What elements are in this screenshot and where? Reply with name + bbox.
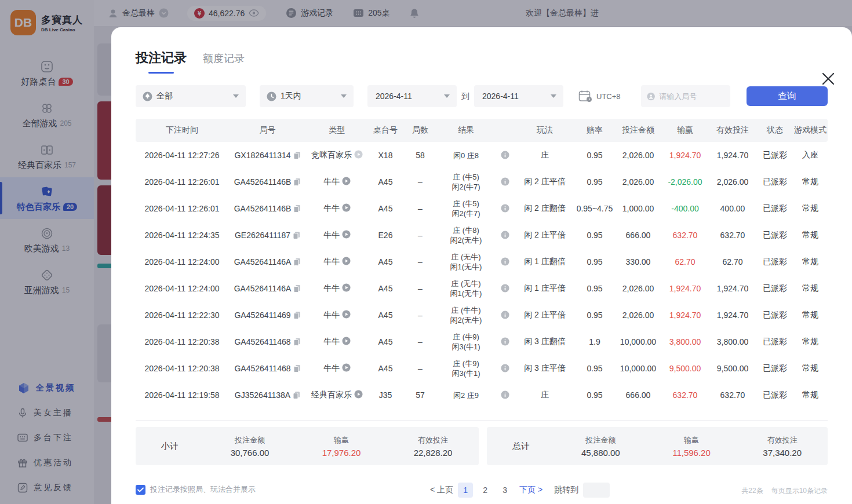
play-icon[interactable] <box>354 150 363 159</box>
odds: 0.95 <box>575 249 614 275</box>
game-type-cell: 牛牛 <box>307 169 367 195</box>
bet-time: 2026-04-11 12:20:38 <box>136 355 228 382</box>
result-line: 庄 (牛5) <box>437 199 495 209</box>
copy-icon[interactable] <box>293 391 300 399</box>
record-count-info: 共22条 每页显示10条记录 <box>741 486 828 496</box>
info-icon[interactable] <box>501 337 509 346</box>
result-line: 闲1(无牛) <box>437 288 495 298</box>
query-button[interactable]: 查询 <box>747 86 828 106</box>
result-cell: 庄 (牛5)闲2(牛7) <box>437 195 495 222</box>
info-icon[interactable] <box>501 364 509 372</box>
copy-icon[interactable] <box>293 178 301 186</box>
play-type: 庄 <box>515 142 575 169</box>
winloss-cell: 632.70 <box>662 382 708 408</box>
info-icon[interactable] <box>501 390 509 399</box>
play-icon[interactable] <box>342 230 351 239</box>
game-type-cell: 竞咪百家乐 <box>307 142 367 169</box>
clock-icon <box>267 92 276 101</box>
round-id-cell: GA452641146B <box>228 195 307 222</box>
play-icon[interactable] <box>342 310 351 319</box>
odds: 0.95 <box>575 355 614 382</box>
round-search-input[interactable] <box>659 92 724 101</box>
info-icon[interactable] <box>501 151 509 159</box>
page-button-2[interactable]: 2 <box>478 483 493 498</box>
table-row: 2026-04-11 12:24:00 GA452641146A 牛牛 A45 … <box>136 249 828 275</box>
copy-icon[interactable] <box>293 284 301 293</box>
date-from-picker[interactable]: 2026-4-11 <box>367 85 457 107</box>
play-icon[interactable] <box>342 283 351 292</box>
play-icon[interactable] <box>342 337 351 345</box>
copy-icon[interactable] <box>293 364 301 372</box>
round-id-cell: GX1826411314 <box>228 142 307 169</box>
result-line: 闲3(牛1) <box>437 342 495 352</box>
pagination: < 上页 1 2 3 下页 > 跳转到 <box>430 483 610 498</box>
info-icon[interactable] <box>501 284 509 293</box>
status-label: 已派彩 <box>757 355 793 382</box>
timezone-control[interactable]: UTC+8 <box>578 85 621 107</box>
round-no: – <box>403 195 437 222</box>
copy-icon[interactable] <box>293 204 301 213</box>
odds: 0.95 <box>575 222 614 249</box>
time-range-select[interactable]: 1天内 <box>260 85 354 107</box>
page-button-3[interactable]: 3 <box>497 483 512 498</box>
date-to-picker[interactable]: 2026-4-11 <box>474 85 563 107</box>
result-lines: 庄 (无牛)闲1(无牛) <box>437 279 495 298</box>
play-icon[interactable] <box>342 257 351 265</box>
info-icon[interactable] <box>501 177 509 186</box>
game-type: 牛牛 <box>323 203 340 213</box>
play-type: 闲 1 庄翻倍 <box>515 249 575 275</box>
copy-icon[interactable] <box>293 258 301 266</box>
play-icon[interactable] <box>342 177 351 185</box>
copy-icon[interactable] <box>293 311 301 319</box>
table-row: 2026-04-11 12:22:30 GA4526411469 牛牛 A45 … <box>136 302 828 328</box>
copy-icon[interactable] <box>293 151 301 159</box>
result-lines: 庄 (牛5)闲2(牛7) <box>437 199 495 218</box>
play-type: 闲 2 庄翻倍 <box>515 195 575 222</box>
round-id-cell: GA4526411468 <box>228 355 307 382</box>
jump-to-input[interactable] <box>583 483 610 498</box>
info-icon[interactable] <box>501 204 509 213</box>
info-icon[interactable] <box>501 257 509 266</box>
table-no: E26 <box>367 222 403 249</box>
info-icon[interactable] <box>501 311 509 319</box>
prev-page-button[interactable]: < 上页 <box>430 485 453 495</box>
table-no: A45 <box>367 302 403 328</box>
caret-down-icon <box>233 94 239 98</box>
bet-time: 2026-04-11 12:26:01 <box>136 195 228 222</box>
game-type-select[interactable]: 全部 <box>136 85 246 107</box>
page-button-1[interactable]: 1 <box>458 483 473 498</box>
result-line: 闲3(牛1) <box>437 368 495 378</box>
round-id-cell: GA452641146B <box>228 169 307 195</box>
play-type: 闲 2 庄平倍 <box>515 169 575 195</box>
next-page-button[interactable]: 下页 > <box>519 485 542 495</box>
play-icon[interactable] <box>342 363 351 372</box>
result-lines: 庄 (牛9)闲3(牛1) <box>437 332 495 352</box>
round-no: – <box>403 328 437 355</box>
round-id: GA4526411469 <box>234 311 290 320</box>
play-icon[interactable] <box>354 390 363 399</box>
caret-down-icon <box>551 94 556 98</box>
game-type-cell: 牛牛 <box>307 222 367 249</box>
bet-amount: 330.00 <box>614 249 662 275</box>
valid-bet: 62.70 <box>708 249 757 275</box>
merge-checkbox[interactable] <box>136 485 145 495</box>
col-table-no: 桌台号 <box>367 119 403 142</box>
result-line: 庄 (无牛) <box>437 252 495 262</box>
play-icon[interactable] <box>342 203 351 212</box>
bet-time: 2026-04-11 12:19:58 <box>136 382 228 408</box>
game-type: 牛牛 <box>323 177 340 186</box>
game-mode: 常规 <box>793 249 828 275</box>
filter-bar: 全部 1天内 2026-4-11 到 2026-4-11 UTC+8 查询 <box>136 85 828 107</box>
round-id-cell: GA452641146A <box>228 249 307 275</box>
close-icon[interactable] <box>821 71 836 86</box>
info-icon[interactable] <box>501 231 509 239</box>
subtotal-valid-label: 有效投注 <box>387 435 479 445</box>
copy-icon[interactable] <box>293 231 300 239</box>
result-info-cell <box>495 195 515 222</box>
tab-quota-records[interactable]: 额度记录 <box>203 52 245 65</box>
status-label: 已派彩 <box>757 222 793 249</box>
copy-icon[interactable] <box>293 338 301 346</box>
round-no: – <box>403 275 437 302</box>
col-round-no: 局数 <box>403 119 437 142</box>
tab-bet-records[interactable]: 投注记录 <box>136 49 187 67</box>
